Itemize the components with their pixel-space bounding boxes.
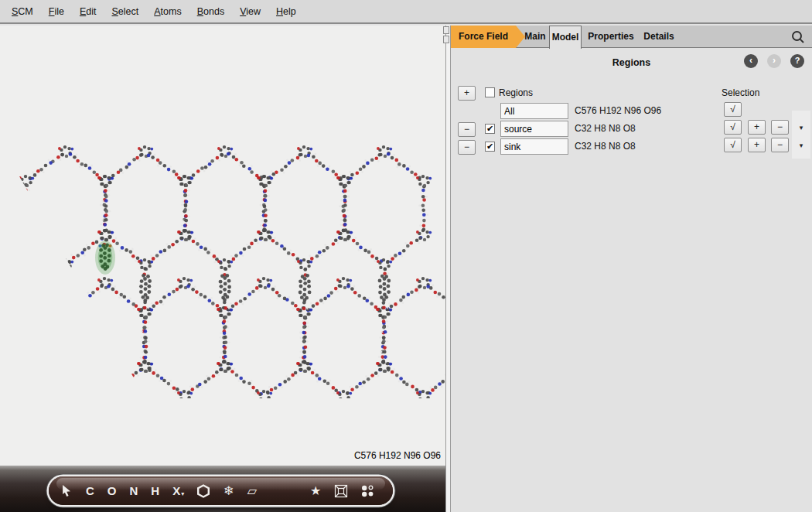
menu-atoms[interactable]: Atoms (148, 3, 186, 20)
crystal-tool-icon[interactable]: ❄ (223, 483, 234, 498)
splitter-collapse-handle[interactable] (443, 26, 449, 34)
element-picker-label: X (172, 484, 180, 497)
selection-header-label: Selection (722, 87, 759, 98)
fragments-tool-icon[interactable] (361, 485, 374, 497)
menu-bonds[interactable]: Bonds (192, 3, 230, 20)
region-sink-dropdown-icon[interactable]: ▾ (795, 138, 807, 152)
menu-file[interactable]: File (43, 3, 70, 20)
select-region-sink-button[interactable]: √ (724, 138, 742, 152)
tab-main[interactable]: Main (519, 26, 551, 48)
select-region-all-button[interactable]: √ (724, 102, 742, 117)
add-selection-source-button[interactable]: + (748, 120, 766, 135)
menu-edit[interactable]: Edit (74, 3, 102, 20)
star-tool-icon[interactable]: ★ (310, 483, 321, 498)
region-name-field-sink[interactable] (500, 138, 568, 155)
region-source-dropdown-icon[interactable]: ▾ (795, 121, 807, 135)
menu-bar: SCM File Edit Select Atoms Bonds View He… (0, 0, 812, 24)
oxygen-tool[interactable]: O (107, 484, 117, 497)
nitrogen-tool[interactable]: N (130, 484, 138, 497)
region-sink-checkbox[interactable]: ✔ (485, 142, 495, 152)
ams-input-window: { "menu": { "items": [ { "label": "SCM" … (0, 0, 812, 512)
viewer-toolbar-strip: C O N H X ▾ ❄ ▱ ★ (0, 466, 445, 512)
back-button[interactable]: ‹ (744, 54, 758, 68)
pointer-tool-icon[interactable] (61, 484, 73, 497)
region-name-field-all[interactable] (500, 103, 568, 119)
viewer-toolbar: C O N H X ▾ ❄ ▱ ★ (49, 476, 393, 505)
region-formula-sink: C32 H8 N8 O8 (575, 141, 636, 152)
regions-header-label: Regions (499, 87, 533, 98)
search-icon[interactable] (790, 29, 806, 45)
remove-region-sink-button[interactable]: − (458, 140, 476, 155)
region-formula-all: C576 H192 N96 O96 (575, 105, 661, 116)
toolbar-reflection (49, 507, 393, 512)
menu-select[interactable]: Select (107, 3, 145, 20)
select-region-source-button[interactable]: √ (724, 120, 742, 135)
page-title: Regions (451, 57, 812, 68)
pane-splitter[interactable] (445, 26, 451, 512)
panel-tab-bar: Force Field Main Model Properties Detail… (451, 26, 812, 48)
element-picker-dropdown-icon: ▾ (181, 490, 184, 497)
tab-model[interactable]: Model (549, 26, 582, 49)
carbon-tool[interactable]: C (86, 484, 94, 497)
molecule-structure (0, 26, 445, 466)
forward-button[interactable]: › (767, 54, 781, 68)
add-selection-sink-button[interactable]: + (748, 138, 766, 152)
remove-selection-sink-button[interactable]: − (771, 138, 789, 152)
menu-view[interactable]: View (234, 3, 266, 20)
help-button[interactable]: ? (790, 54, 804, 68)
add-region-button[interactable]: + (458, 86, 476, 101)
element-picker-tool[interactable]: X ▾ (172, 484, 183, 497)
frame-tool-icon[interactable] (334, 484, 348, 498)
region-source-checkbox[interactable]: ✔ (485, 124, 495, 134)
remove-selection-source-button[interactable]: − (771, 120, 789, 135)
region-name-field-source[interactable] (500, 121, 568, 137)
menu-help[interactable]: Help (271, 3, 302, 20)
splitter-collapse-handle[interactable] (443, 36, 449, 43)
region-formula-source: C32 H8 N8 O8 (575, 123, 636, 134)
regions-master-checkbox[interactable] (485, 87, 495, 97)
molecule-viewer[interactable]: C576 H192 N96 O96 C O N H X ▾ ❄ ▱ ★ (0, 26, 445, 512)
ring-tool-icon[interactable] (196, 484, 210, 498)
hydrogen-tool[interactable]: H (151, 484, 159, 497)
menu-scm[interactable]: SCM (6, 3, 39, 20)
input-panel: Force Field Main Model Properties Detail… (451, 26, 812, 512)
tab-properties[interactable]: Properties (582, 26, 640, 48)
tab-details[interactable]: Details (640, 26, 678, 48)
remove-region-source-button[interactable]: − (458, 122, 476, 137)
viewer-formula-label: C576 H192 N96 O96 (354, 450, 441, 461)
tab-force-field[interactable]: Force Field (451, 26, 525, 48)
lattice-tool-icon[interactable]: ▱ (247, 483, 257, 498)
